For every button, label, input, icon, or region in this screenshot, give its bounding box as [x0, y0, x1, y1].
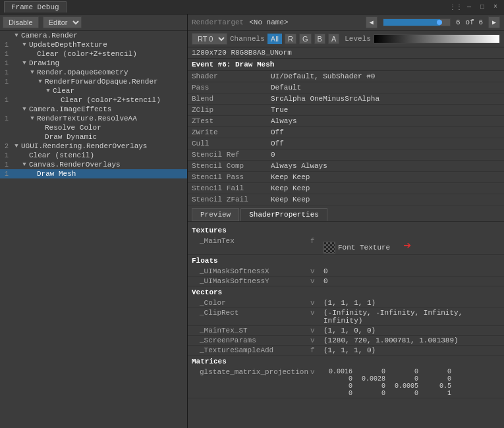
- shader-row-value: (1, 1, 1, 0): [323, 346, 500, 354]
- tree-arrow-icon: ▼: [29, 69, 36, 76]
- shader-row-name: _ClipRect: [192, 309, 310, 317]
- tree-indent: [11, 59, 21, 67]
- tree-item[interactable]: ▼Camera.Render: [0, 31, 187, 40]
- tree-item[interactable]: 1 ▼Drawing: [0, 59, 187, 68]
- tree-item-label: UpdateDepthTexture: [29, 41, 107, 49]
- tree-item[interactable]: 1 Clear (color+Z+stencil): [0, 95, 187, 105]
- red-arrow-icon: ➔: [403, 237, 411, 254]
- maximize-icon[interactable]: □: [478, 3, 487, 12]
- toolbar-row: Disable Editor: [0, 14, 187, 31]
- channels-row: RT 0 Channels All R G B A Levels: [188, 31, 504, 47]
- matrix-row: 000.00050.5: [323, 383, 455, 390]
- tree-item-num: 1: [0, 161, 11, 169]
- tree-item[interactable]: 1 Clear (color+Z+stencil): [0, 49, 187, 59]
- tree-item-label: RenderForwardOpaque.Render: [45, 78, 158, 86]
- shader-section-header: Vectors: [188, 286, 504, 298]
- tree-item[interactable]: ▼Clear: [0, 86, 187, 95]
- disable-button[interactable]: Disable: [3, 16, 39, 28]
- property-value: 0: [267, 149, 504, 161]
- tree-item[interactable]: 1 ▼RenderForwardOpaque.Render: [0, 77, 187, 86]
- texture-preview: [323, 242, 335, 254]
- property-key: Stencil Fail: [188, 183, 267, 194]
- property-key: Stencil Ref: [188, 149, 267, 161]
- frame-debug-tab[interactable]: Frame Debug: [4, 1, 67, 13]
- menu-icon[interactable]: ⋮⋮: [451, 3, 461, 12]
- matrix-cell: 0: [356, 383, 389, 390]
- channel-a-button[interactable]: A: [328, 34, 339, 44]
- tree-item-num: 1: [0, 69, 11, 76]
- tree-item-label: Draw Dynamic: [45, 133, 97, 141]
- tree-item-label: Clear (color+Z+stencil): [61, 96, 161, 104]
- shader-row-type: v: [310, 309, 323, 317]
- next-step-button[interactable]: ▶: [488, 16, 500, 28]
- shader-content: Textures_MainTexfFont Texture➔Floats_UIM…: [188, 222, 504, 428]
- property-key: ZClip: [188, 105, 267, 116]
- tree-item[interactable]: 1 ▼UpdateDepthTexture: [0, 40, 187, 49]
- shader-row-type: v: [310, 327, 323, 334]
- tree-item-num: 1: [0, 78, 11, 86]
- tree-item[interactable]: 1 Clear (stencil): [0, 151, 187, 160]
- tree-item[interactable]: 1 ▼Canvas.RenderOverlays: [0, 160, 187, 169]
- rt-select[interactable]: RT 0: [192, 33, 227, 45]
- shader-row-type: v: [310, 368, 323, 376]
- shader-row-type: f: [310, 237, 323, 245]
- matrix-cell: 0.0028: [356, 375, 389, 383]
- shader-row: _TextureSampleAddf(1, 1, 1, 0): [188, 346, 504, 356]
- shader-row-value: 0: [323, 267, 500, 275]
- property-key: Stencil Comp: [188, 161, 267, 172]
- property-row: PassDefault: [188, 82, 504, 94]
- matrix-row: 00.002800: [323, 375, 455, 383]
- tab-preview[interactable]: Preview: [192, 208, 239, 221]
- tree-arrow-icon: ▼: [21, 161, 28, 168]
- close-icon[interactable]: ×: [491, 3, 500, 12]
- tree-item-label: Resolve Color: [45, 124, 101, 132]
- main-layout: Disable Editor ▼Camera.Render1 ▼UpdateDe…: [0, 14, 504, 428]
- channel-g-button[interactable]: G: [299, 34, 312, 44]
- tree-item-label: Drawing: [29, 59, 59, 67]
- tree-item[interactable]: ▼Camera.ImageEffects: [0, 105, 187, 114]
- tree-arrow-icon: ▼: [21, 41, 28, 48]
- channel-b-button[interactable]: B: [314, 34, 325, 44]
- shader-row-value: Font Texture➔: [323, 237, 500, 254]
- tree-item[interactable]: 1 Draw Mesh: [0, 169, 187, 178]
- tree-item[interactable]: 1 ▼RenderTexture.ResolveAA: [0, 114, 187, 123]
- matrix-cell: 0: [389, 375, 422, 383]
- channel-r-button[interactable]: R: [285, 34, 296, 44]
- tree-item[interactable]: 1 ▼Render.OpaqueGeometry: [0, 68, 187, 77]
- shader-row: _UIMaskSoftnessYv0: [188, 277, 504, 286]
- matrix-cell: 0: [422, 375, 455, 383]
- editor-select[interactable]: Editor: [43, 16, 82, 28]
- levels-bar: [374, 34, 500, 43]
- shader-row: _UIMaskSoftnessXv0: [188, 267, 504, 277]
- tree-item-num: 2: [0, 143, 11, 150]
- tab-shader-properties[interactable]: ShaderProperties: [240, 208, 327, 221]
- matrix-cell: 0: [422, 368, 455, 375]
- tree-item[interactable]: Draw Dynamic: [0, 132, 187, 142]
- matrix-cell: 1: [422, 390, 455, 397]
- levels-label: Levels: [345, 35, 371, 43]
- shader-row: glstate_matrix_projectionv0.001600000.00…: [188, 367, 504, 398]
- shader-row-value: (1, 1, 0, 0): [323, 327, 500, 334]
- property-value: UI/Default, SubShader #0: [267, 71, 504, 82]
- tree-item[interactable]: Resolve Color: [0, 123, 187, 132]
- property-row: Stencil CompAlways Always: [188, 161, 504, 172]
- tree-item-num: 1: [0, 41, 11, 49]
- channel-all-button[interactable]: All: [267, 34, 282, 44]
- progress-fill: [383, 19, 440, 26]
- matrix-cell: 0: [389, 390, 422, 397]
- shader-row-value: 0: [323, 277, 500, 285]
- prev-step-button[interactable]: ◀: [366, 16, 378, 28]
- tree-item-num: 1: [0, 171, 11, 178]
- shader-row-type: v: [310, 336, 323, 344]
- tree-indent: [11, 124, 37, 132]
- tree-arrow-icon: ▼: [21, 60, 28, 67]
- tree-item[interactable]: 2 ▼UGUI.Rendering.RenderOverlays: [0, 142, 187, 151]
- left-panel[interactable]: Disable Editor ▼Camera.Render1 ▼UpdateDe…: [0, 14, 188, 428]
- property-row: BlendSrcAlpha OneMinusSrcAlpha: [188, 94, 504, 105]
- minimize-icon[interactable]: —: [464, 3, 474, 12]
- property-key: Stencil ZFail: [188, 194, 267, 205]
- tree-item-label: Draw Mesh: [37, 170, 76, 178]
- matrix-cell: 0: [323, 383, 356, 390]
- shader-row-name: glstate_matrix_projection: [192, 368, 310, 376]
- shader-row-name: _ScreenParams: [192, 336, 310, 344]
